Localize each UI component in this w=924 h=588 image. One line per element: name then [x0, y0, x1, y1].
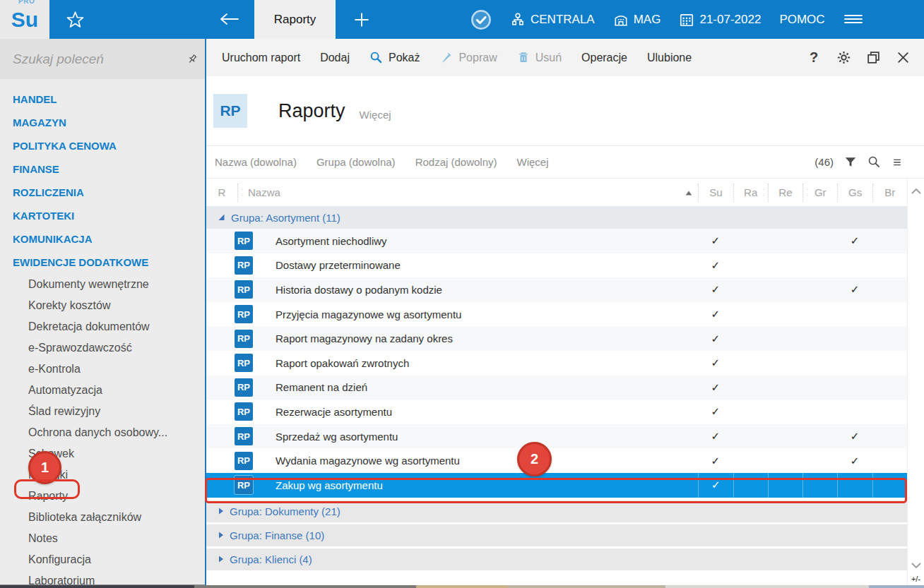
sidebar-item-raporty[interactable]: Raporty — [0, 486, 205, 507]
group-row-grupa-klienci-4[interactable]: Grupa: Klienci (4) — [206, 548, 907, 570]
hamburger-icon — [843, 12, 865, 28]
sidebar-item-e-kontrola[interactable]: e-Kontrola — [0, 359, 205, 380]
row-flag-br — [872, 351, 907, 376]
column-header-nazwa[interactable]: Nazwa — [237, 184, 698, 202]
report-rp-icon: RP — [235, 427, 253, 445]
back-button[interactable] — [212, 5, 247, 35]
table-row-historia-dostawy-o-podanym-kodzie[interactable]: RPHistoria dostawy o podanym kodzie✓✓ — [206, 277, 907, 302]
toolbar-button-label: Operacje — [581, 52, 627, 64]
column-header-su[interactable]: Su — [698, 184, 733, 202]
gear-icon — [836, 50, 851, 65]
table-row-dostawy-przeterminowane[interactable]: RPDostawy przeterminowane✓ — [206, 253, 907, 278]
table-row-rezerwacje-asortymentu[interactable]: RPRezerwacje asortymentu✓ — [206, 400, 907, 424]
filter-nazwa-dowolna[interactable]: Nazwa (dowolna) — [215, 156, 297, 168]
command-search-row — [0, 39, 205, 79]
new-tab-button[interactable] — [344, 5, 379, 35]
toolbar-uruchom-raport-button[interactable]: Uruchom raport — [212, 39, 310, 76]
row-flag-gr — [802, 448, 837, 473]
table-row-asortyment-niechodliwy[interactable]: RPAsortyment niechodliwy✓✓ — [206, 229, 907, 253]
sidebar-item-handel[interactable]: HANDEL — [0, 88, 205, 111]
toolbar-dodaj-button[interactable]: Dodaj — [310, 39, 360, 76]
status-21-07-2022[interactable]: 21-07-2022 — [679, 12, 761, 28]
status-centrala[interactable]: CENTRALA — [510, 12, 595, 28]
search-list-icon[interactable] — [867, 155, 881, 169]
sidebar-item-automatyzacja[interactable]: Automatyzacja — [0, 380, 205, 401]
row-name: Raport opakowań zwrotnych — [253, 357, 698, 369]
help-button[interactable]: ? — [801, 45, 827, 71]
sidebar-item-dokumenty-wewnętrzne[interactable]: Dokumenty wewnętrzne — [0, 274, 205, 295]
column-header-ra[interactable]: Ra — [733, 184, 768, 202]
table-row-zakup-wg-asortymentu[interactable]: RPZakup wg asortymentu✓ — [206, 473, 907, 498]
top-bar: Su PRO Raporty CENTRALAMAG21-07-2022POMO… — [0, 0, 924, 39]
row-flag-re — [768, 400, 802, 424]
main-menu-button[interactable] — [843, 12, 865, 28]
column-header-gs[interactable]: Gs — [837, 184, 872, 202]
search-input[interactable] — [13, 52, 186, 67]
column-header-br[interactable]: Br — [872, 184, 907, 202]
status-label: POMOC — [779, 13, 824, 27]
sidebar-item-finanse[interactable]: FINANSE — [0, 157, 205, 181]
scroll-up-icon[interactable] — [911, 187, 922, 196]
row-flag-su: ✓ — [698, 302, 733, 327]
filter-grupa-dowolna[interactable]: Grupa (dowolna) — [316, 156, 396, 168]
toolbar-popraw-button[interactable]: Popraw — [430, 39, 507, 76]
table-row-raport-opakowań-zwrotnych[interactable]: RPRaport opakowań zwrotnych✓ — [206, 351, 907, 376]
scrollbar[interactable]: +/- — [907, 179, 924, 585]
main-panel: Uruchom raportDodajPokażPoprawUsuńOperac… — [205, 39, 924, 585]
sidebar-item-e-sprawozdawczość[interactable]: e-Sprawozdawczość — [0, 337, 205, 359]
sidebar-item-korekty-kosztów[interactable]: Korekty kosztów — [0, 295, 205, 316]
funnel-icon[interactable] — [844, 156, 857, 169]
table-row-remanent-na-dzień[interactable]: RPRemanent na dzień✓ — [206, 376, 907, 400]
sidebar-item-kartoteki[interactable]: KARTOTEKI — [0, 204, 205, 227]
sidebar-item-ochrona-danych-osobowy[interactable]: Ochrona danych osobowy... — [0, 422, 205, 443]
sidebar-item-polityka-cenowa[interactable]: POLITYKA CENOWA — [0, 134, 205, 157]
filter-więcej[interactable]: Więcej — [517, 156, 549, 168]
entity-header: RP Raporty Więcej — [206, 76, 924, 145]
toolbar-ulubione-button[interactable]: Ulubione — [637, 39, 701, 76]
toolbar-operacje-button[interactable]: Operacje — [571, 39, 637, 76]
sidebar-item-rozliczenia[interactable]: ROZLICZENIA — [0, 181, 205, 204]
row-flag-br — [872, 302, 907, 327]
row-name: Wydania magazynowe wg asortymentu — [253, 455, 698, 467]
sidebar-item-ślad-rewizyjny[interactable]: Ślad rewizyjny — [0, 401, 205, 422]
help-icon: ? — [810, 49, 818, 66]
table-row-sprzedaż-wg-asortymentu[interactable]: RPSprzedaż wg asortymentu✓✓ — [206, 424, 907, 449]
sidebar-item-biblioteka-załączników[interactable]: Biblioteka załączników — [0, 507, 205, 528]
row-flag-gs — [837, 302, 872, 327]
table-row-raport-magazynowy-na-zadany-okres[interactable]: RPRaport magazynowy na zadany okres✓ — [206, 326, 907, 351]
group-row-grupa-dokumenty-21[interactable]: Grupa: Dokumenty (21) — [206, 500, 907, 522]
column-header-gr[interactable]: Gr — [802, 184, 837, 202]
sidebar-item-notes[interactable]: Notes — [0, 528, 205, 549]
app-logo-pro-badge: PRO — [18, 0, 35, 5]
check-circle-icon[interactable] — [470, 9, 492, 30]
list-options-icon[interactable] — [892, 157, 903, 168]
status-mag[interactable]: MAG — [613, 12, 661, 28]
scroll-down-icon[interactable] — [911, 561, 922, 570]
tab-raporty[interactable]: Raporty — [254, 0, 336, 39]
sidebar-item-magazyn[interactable]: MAGAZYN — [0, 111, 205, 134]
sidebar-item-konfiguracja[interactable]: Konfiguracja — [0, 549, 205, 570]
gear-button[interactable] — [831, 45, 856, 71]
group-row-grupa-asortyment-11[interactable]: Grupa: Asortyment (11) — [206, 207, 907, 229]
sidebar-item-ewidencje-dodatkowe[interactable]: EWIDENCJE DODATKOWE — [0, 251, 205, 274]
sidebar-item-komunikacja[interactable]: KOMUNIKACJA — [0, 227, 205, 251]
toolbar-usuń-button[interactable]: Usuń — [507, 39, 571, 76]
table-row-wydania-magazynowe-wg-asortymentu[interactable]: RPWydania magazynowe wg asortymentu✓✓ — [206, 448, 907, 473]
restore-button[interactable] — [860, 45, 886, 71]
favorites-star-button[interactable] — [59, 5, 90, 35]
row-flag-br — [872, 253, 907, 278]
table-row-przyjęcia-magazynowe-wg-asortymentu[interactable]: RPPrzyjęcia magazynowe wg asortymentu✓ — [206, 302, 907, 327]
sidebar-item-dekretacja-dokumentów[interactable]: Dekretacja dokumentów — [0, 316, 205, 337]
sidebar-item-naklejki[interactable]: Naklejki — [0, 464, 205, 486]
group-row-grupa-finanse-10[interactable]: Grupa: Finanse (10) — [206, 524, 907, 546]
close-button[interactable] — [890, 45, 916, 71]
column-header-re[interactable]: Re — [768, 184, 802, 202]
filter-rodzaj-dowolny[interactable]: Rodzaj (dowolny) — [415, 156, 497, 168]
toolbar-pokaż-button[interactable]: Pokaż — [360, 39, 430, 76]
title-more-link[interactable]: Więcej — [360, 109, 391, 121]
sidebar-item-schowek[interactable]: Schowek — [0, 443, 205, 464]
status-pomoc[interactable]: POMOC — [779, 13, 824, 27]
pin-icon[interactable] — [186, 53, 199, 66]
column-header-r[interactable]: R — [206, 186, 237, 198]
report-rp-icon: RP — [235, 330, 253, 348]
